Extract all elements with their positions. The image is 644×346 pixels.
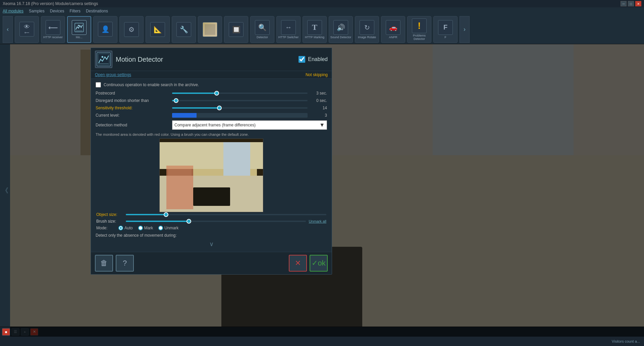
toolbar-right-arrow[interactable]: › (460, 16, 470, 43)
module-motion[interactable]: Mo... (67, 16, 91, 43)
mode-mark-option[interactable]: Mark (138, 226, 153, 230)
current-level-label: Current level: (96, 113, 169, 118)
httpmarking-icon: T (307, 20, 322, 35)
dialog-footer: 🗑 ? ✕ ✓ok (91, 252, 332, 274)
brush-size-fill (126, 221, 189, 222)
detection-method-label: Detection method (96, 123, 169, 127)
maximize-button[interactable]: □ (628, 1, 634, 6)
zone-preview-svg (160, 139, 263, 212)
object-size-label: Object size: (96, 212, 123, 217)
minimize-button[interactable]: ─ (621, 1, 627, 6)
delete-button[interactable]: 🗑 (95, 255, 113, 272)
help-button[interactable]: ? (116, 255, 134, 272)
sensitivity-value: 14 (310, 106, 327, 110)
mode-unmark-option[interactable]: Unmark (158, 226, 178, 230)
module-anpr-label: ANPR (389, 36, 397, 39)
menu-samples[interactable]: Samples (29, 9, 45, 13)
module-detector[interactable]: 🔍 Detector (250, 16, 274, 43)
mode-auto-label: Auto (124, 226, 133, 230)
module-httpmarking[interactable]: T HTTP Marking (303, 16, 327, 43)
disregard-track[interactable] (172, 100, 308, 101)
unmark-all-button[interactable]: Unmark all (309, 219, 326, 223)
module-problemsdetector[interactable]: ! Problems Detector (407, 16, 431, 43)
module-mod6[interactable]: 📐 (146, 16, 170, 43)
mode-unmark-label: Unmark (164, 226, 178, 230)
module-mod5[interactable]: ⚙ (119, 16, 144, 43)
module-eye[interactable]: 👁 ⟵ (15, 16, 39, 43)
anpr-icon: 🚗 (386, 20, 400, 35)
module-httpswitcher[interactable]: ↔ HTTP Switcher (276, 16, 301, 43)
module-httpreceiver[interactable]: ⟵ HTTP receiver (41, 16, 65, 43)
detection-method-value: Compare adjacent frames (frame differenc… (174, 123, 256, 127)
enabled-label: Enabled (308, 56, 328, 62)
dialog-header-left: Motion Detector (95, 51, 163, 68)
mode-auto-radio[interactable] (118, 226, 123, 230)
brush-size-thumb[interactable] (186, 219, 191, 224)
ok-button[interactable]: ✓ok (310, 255, 328, 272)
module-sounddetector[interactable]: 🔊 Sound Detector (329, 16, 353, 43)
zone-preview[interactable] (159, 138, 263, 212)
sensitivity-thumb[interactable] (217, 106, 222, 110)
detection-method-row: Detection method Compare adjacent frames… (96, 120, 327, 130)
object-size-track[interactable] (126, 214, 326, 215)
continuous-label: Continuous operation to enable search in… (104, 82, 199, 87)
menubar: All modules Samples Devices Filters Dest… (0, 7, 644, 15)
toolbar-left-arrow[interactable]: ‹ (3, 16, 13, 43)
module-imagerotate[interactable]: ↻ Image Rotate (355, 16, 379, 43)
menu-devices[interactable]: Devices (50, 9, 64, 13)
problemsdetector-icon: ! (412, 18, 427, 33)
brush-size-track[interactable] (126, 221, 306, 222)
module-imagerotate-label: Image Rotate (358, 36, 376, 39)
close-button[interactable]: ✕ (635, 1, 641, 6)
sensitivity-label: Sensitivity threshold: (96, 106, 169, 110)
object-size-fill (126, 214, 166, 215)
chevron-down-icon: ∨ (96, 240, 327, 248)
group-settings-bar: Open group settings Not skipping (91, 71, 332, 79)
brush-size-row: Brush size: Unmark all (96, 219, 327, 224)
delete-icon: 🗑 (100, 259, 108, 268)
camera-background: Motion Detector Enabled Open group setti… (10, 44, 644, 337)
titlebar: Xeoma 16.7.18 (Pro version) Module/camer… (0, 0, 644, 7)
module-mod7[interactable]: 🔧 (172, 16, 196, 43)
mode-mark-radio[interactable] (138, 226, 143, 230)
sensitivity-track[interactable] (172, 107, 308, 109)
mode-row: Mode: Auto Mark Unmark (96, 226, 327, 230)
stop-button[interactable]: ■ (2, 328, 10, 336)
group-settings-link[interactable]: Open group settings (95, 72, 131, 77)
module-mod9[interactable]: 🔲 (224, 16, 248, 43)
menu-filters[interactable]: Filters (69, 9, 80, 13)
module-anpr[interactable]: 🚗 ANPR (381, 16, 405, 43)
dialog-title: Motion Detector (116, 56, 163, 63)
mod5-icon: ⚙ (124, 22, 139, 37)
dialog-header: Motion Detector Enabled (91, 48, 332, 71)
module-camera-preview[interactable] (198, 16, 222, 43)
current-level-track (172, 113, 308, 118)
zone-preview-img (160, 139, 263, 212)
current-level-fill (172, 113, 197, 118)
menu-destinations[interactable]: Destinations (86, 9, 108, 13)
menu-allmodules[interactable]: All modules (3, 9, 23, 13)
module-face[interactable]: 👤 (93, 16, 117, 43)
disregard-thumb[interactable] (174, 98, 178, 103)
mode-mark-label: Mark (144, 226, 153, 230)
module-problemsdetector-label: Problems Detector (408, 34, 431, 41)
cancel-button[interactable]: ✕ (289, 255, 307, 272)
object-size-thumb[interactable] (164, 212, 168, 217)
detection-method-select[interactable]: Compare adjacent frames (frame differenc… (172, 120, 327, 130)
continuous-checkbox[interactable] (96, 82, 101, 88)
collapse-arrow[interactable]: 《 (0, 44, 10, 337)
mode-auto-option[interactable]: Auto (118, 226, 133, 230)
current-level-row: Current level: 3 (96, 113, 327, 118)
motion-detector-dialog: Motion Detector Enabled Open group setti… (91, 48, 332, 275)
postrecord-value: 3 sec. (310, 91, 327, 96)
svg-point-13 (102, 56, 104, 58)
postrecord-track[interactable] (172, 93, 308, 94)
mode-unmark-radio[interactable] (158, 226, 163, 230)
module-f[interactable]: F F (433, 16, 458, 43)
sensitivity-fill (172, 107, 219, 109)
face-icon: 👤 (98, 22, 113, 37)
enabled-checkbox[interactable] (299, 56, 305, 63)
module-motion-label: Mo... (76, 36, 83, 39)
ok-icon: ✓ok (312, 259, 325, 268)
postrecord-thumb[interactable] (214, 91, 219, 96)
